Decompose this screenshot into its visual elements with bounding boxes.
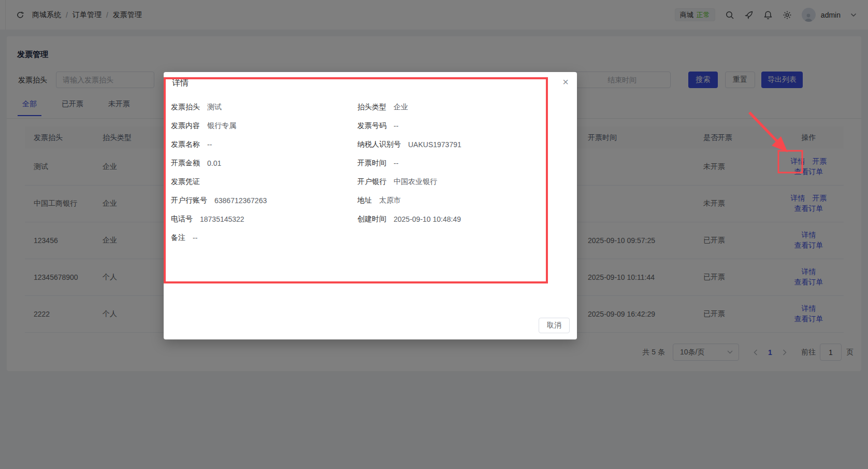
cancel-button[interactable]: 取消 — [539, 318, 570, 333]
modal-title: 详情 — [172, 78, 189, 89]
field-label: 电话号 — [171, 215, 193, 224]
detail-fields-left: 发票抬头测试 发票内容银行专属 发票名称-- 开票金额0.01 发票凭证 开户行… — [171, 98, 355, 247]
field-value: -- — [394, 122, 398, 130]
field-value: -- — [207, 140, 212, 149]
field-value: 2025-09-10 10:48:49 — [394, 215, 461, 223]
field-value: 太原市 — [379, 196, 401, 205]
field-label: 抬头类型 — [357, 103, 386, 112]
detail-modal: 详情 × 发票抬头测试 发票内容银行专属 发票名称-- 开票金额0.01 发票凭… — [164, 72, 577, 339]
field-label: 备注 — [171, 233, 185, 243]
field-label: 开户银行 — [357, 177, 386, 187]
field-label: 开户行账号 — [171, 196, 207, 205]
field-label: 开票时间 — [357, 159, 386, 168]
field-label: 纳税人识别号 — [357, 140, 401, 149]
field-label: 开票金额 — [171, 159, 200, 168]
field-label: 地址 — [357, 196, 372, 205]
field-label: 发票凭证 — [171, 177, 200, 187]
field-label: 创建时间 — [357, 215, 386, 224]
field-label: 发票内容 — [171, 121, 200, 131]
field-value: -- — [394, 159, 398, 167]
field-value: 0.01 — [207, 159, 221, 167]
field-value: 6386712367263 — [214, 196, 267, 205]
field-value: -- — [193, 234, 197, 242]
field-value: 中国农业银行 — [394, 177, 437, 187]
field-value: UAKUS1973791 — [408, 140, 461, 149]
field-label: 发票号码 — [357, 121, 386, 131]
detail-fields-right: 抬头类型企业 发票号码-- 纳税人识别号UAKUS1973791 开票时间-- … — [357, 98, 570, 229]
invoice-management-screen: { "header": { "breadcrumb": ["商城系统", "订单… — [0, 0, 868, 469]
field-value: 18735145322 — [200, 215, 244, 223]
close-icon[interactable]: × — [562, 77, 569, 87]
field-label: 发票抬头 — [171, 103, 200, 112]
field-label: 发票名称 — [171, 140, 200, 149]
field-value: 企业 — [394, 103, 408, 112]
field-value: 测试 — [207, 103, 222, 112]
field-value: 银行专属 — [207, 121, 236, 131]
